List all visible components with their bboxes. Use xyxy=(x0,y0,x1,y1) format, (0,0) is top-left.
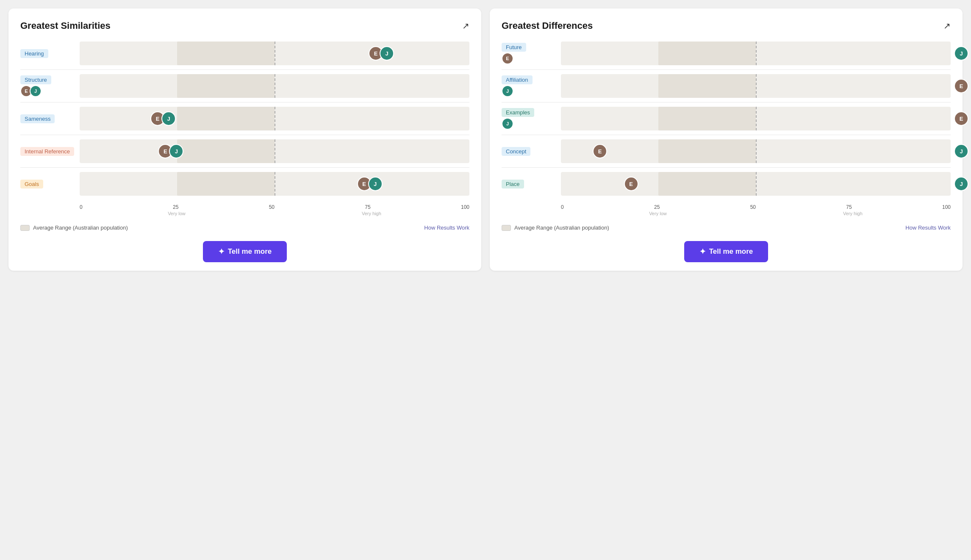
chart-row-sameness: Sameness E J xyxy=(20,107,469,135)
bar-goals: E J xyxy=(80,172,469,196)
axis-num-100-sim: 100 xyxy=(461,204,469,210)
label-examples: Examples xyxy=(502,108,534,117)
bar-hearing: E J xyxy=(80,42,469,65)
differences-chart: Future E J Affiliation xyxy=(502,42,951,200)
avatar-e-concept: E xyxy=(593,144,607,158)
label-goals: Goals xyxy=(20,180,43,189)
legend-text-sim: Average Range (Australian population) xyxy=(33,225,128,231)
dashed-affiliation xyxy=(756,74,757,98)
chart-row-affiliation: Affiliation J E xyxy=(502,74,951,103)
avatar-j-structure: J xyxy=(30,85,42,97)
sparkle-icon-sim: ✦ xyxy=(218,247,225,256)
avg-range-examples xyxy=(658,107,756,130)
avatar-j-place-circle: J xyxy=(954,177,968,191)
similarities-footer: Average Range (Australian population) Ho… xyxy=(20,221,469,231)
label-area-hearing: Hearing xyxy=(20,49,80,58)
avatar-e-affiliation: E xyxy=(954,79,968,93)
dashed-future xyxy=(756,42,757,65)
avg-range-structure xyxy=(177,74,275,98)
differences-header: Greatest Differences ↗ xyxy=(502,20,951,31)
axis-num-75-diff: 75 xyxy=(846,204,852,210)
bar-structure xyxy=(80,74,469,98)
label-hearing: Hearing xyxy=(20,49,48,58)
label-place: Place xyxy=(502,180,524,189)
avg-range-internal-ref xyxy=(177,139,275,163)
avatar-j-future: J xyxy=(954,46,968,61)
axis-num-0-diff: 0 xyxy=(561,204,564,210)
dashed-hearing xyxy=(275,42,275,65)
label-area-internal-ref: Internal Reference xyxy=(20,147,80,156)
how-results-sim[interactable]: How Results Work xyxy=(424,225,469,231)
tell-me-more-sim-label: Tell me more xyxy=(228,247,272,256)
similarities-title: Greatest Similarities xyxy=(20,20,111,31)
tell-me-more-sim-button[interactable]: ✦ Tell me more xyxy=(203,241,287,262)
axis-num-0-sim: 0 xyxy=(80,204,83,210)
bar-internal-ref: E J xyxy=(80,139,469,163)
legend-text-diff: Average Range (Australian population) xyxy=(514,225,609,231)
label-area-affiliation: Affiliation J xyxy=(502,75,561,97)
chart-row-structure: Structure E J xyxy=(20,74,469,103)
avg-range-sameness xyxy=(177,107,275,130)
axis-num-100-diff: 100 xyxy=(942,204,951,210)
axis-num-25-sim: 25 xyxy=(173,204,178,210)
label-area-sameness: Sameness xyxy=(20,114,80,123)
chart-row-hearing: Hearing E J xyxy=(20,42,469,70)
chart-row-future: Future E J xyxy=(502,42,951,70)
differences-footer: Average Range (Australian population) Ho… xyxy=(502,221,951,231)
legend-swatch-sim xyxy=(20,225,30,231)
avatars-sameness: E J xyxy=(150,111,176,126)
axis-desc-vh-sim: Very high xyxy=(362,211,381,216)
avatars-goals: E J xyxy=(357,177,383,191)
dashed-internal-ref xyxy=(275,139,275,163)
dashed-concept xyxy=(756,139,757,163)
dashed-place xyxy=(756,172,757,196)
chart-row-internal-ref: Internal Reference E J xyxy=(20,139,469,168)
avatar-j-goals: J xyxy=(368,177,383,191)
tell-me-more-diff-label: Tell me more xyxy=(709,247,753,256)
label-area-future: Future E xyxy=(502,43,561,64)
differences-title: Greatest Differences xyxy=(502,20,593,31)
avatar-j-affiliation-label: J xyxy=(502,85,513,97)
avg-range-concept xyxy=(658,139,756,163)
similarities-expand-icon[interactable]: ↗ xyxy=(462,21,469,31)
avatars-internal-ref: E J xyxy=(158,144,183,158)
bar-examples: E xyxy=(561,107,951,130)
avatar-e-examples-circle: E xyxy=(954,111,968,126)
avatar-j-place: J xyxy=(954,177,968,191)
legend-swatch-diff xyxy=(502,225,511,231)
axis-num-50-diff: 50 xyxy=(750,204,756,210)
avatar-e-affiliation-circle: E xyxy=(954,79,968,93)
axis-desc-vl-diff: Very low xyxy=(649,211,667,216)
differences-expand-icon[interactable]: ↗ xyxy=(943,21,951,31)
axis-num-50-sim: 50 xyxy=(269,204,275,210)
label-concept: Concept xyxy=(502,147,530,156)
bar-place: E J xyxy=(561,172,951,196)
label-area-examples: Examples J xyxy=(502,108,561,130)
tell-me-more-diff-button[interactable]: ✦ Tell me more xyxy=(684,241,768,262)
avatar-e-examples: E xyxy=(954,111,968,126)
bar-concept: E J xyxy=(561,139,951,163)
chart-row-place: Place E J xyxy=(502,172,951,200)
similarities-axis: 0 25 50 75 100 Very low Very high xyxy=(20,204,469,216)
how-results-diff[interactable]: How Results Work xyxy=(905,225,951,231)
axis-num-75-sim: 75 xyxy=(365,204,370,210)
axis-num-25-diff: 25 xyxy=(654,204,660,210)
dashed-examples xyxy=(756,107,757,130)
avatars-hearing: E J xyxy=(369,46,394,61)
avatar-j-internal-ref: J xyxy=(169,144,183,158)
bar-future: J xyxy=(561,42,951,65)
avg-range-future xyxy=(658,42,756,65)
avg-range-place xyxy=(658,172,756,196)
avatar-j-examples-label: J xyxy=(502,118,513,130)
avg-range-affiliation xyxy=(658,74,756,98)
avg-range-goals xyxy=(177,172,275,196)
differences-axis: 0 25 50 75 100 Very low Very high xyxy=(502,204,951,216)
dashed-structure xyxy=(275,74,275,98)
differences-btn-area: ✦ Tell me more xyxy=(502,231,951,262)
axis-desc-vh-diff: Very high xyxy=(843,211,863,216)
label-internal-ref: Internal Reference xyxy=(20,147,74,156)
differences-legend: Average Range (Australian population) xyxy=(502,225,609,231)
avatar-e-concept-circle: E xyxy=(593,144,607,158)
label-structure: Structure xyxy=(20,75,51,84)
similarities-btn-area: ✦ Tell me more xyxy=(20,231,469,262)
